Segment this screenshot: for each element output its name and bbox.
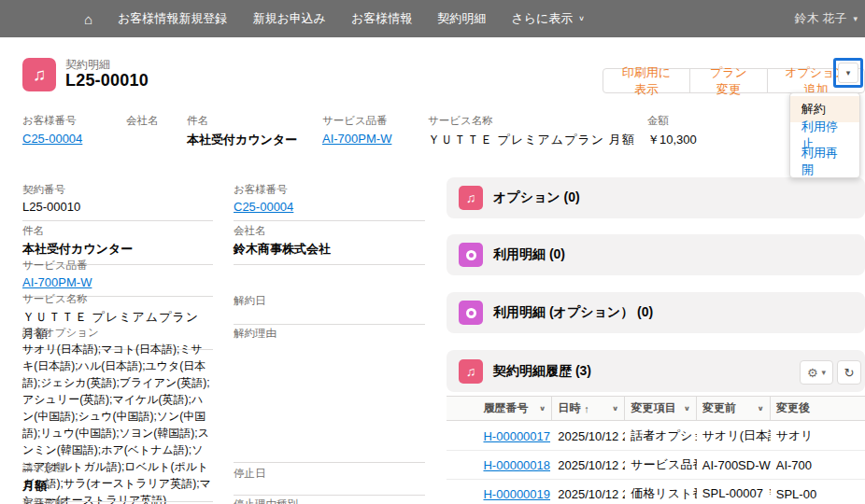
field-label: 会社名	[234, 224, 425, 238]
gear-icon: ⚙	[807, 366, 818, 380]
print-view-button[interactable]: 印刷用に表示	[603, 68, 690, 93]
record-actions: 印刷用に表示 プラン変更 オプション追加	[603, 68, 865, 93]
field-value: ￥10,300	[647, 132, 697, 148]
user-menu[interactable]: 鈴木 花子 ▾	[795, 0, 858, 37]
after-cell: サオリ	[771, 422, 865, 450]
column-header-before[interactable]: 変更前 ∨	[697, 397, 771, 420]
nav-tabs: お客様情報新規登録 新規お申込み お客様情報 契約明細 さらに表示 ∨	[118, 10, 585, 27]
column-header-after[interactable]: 変更後	[771, 397, 865, 420]
detail-stop-date: 停止日	[234, 467, 425, 496]
sort-asc-icon: ↑	[584, 403, 589, 414]
column-header-history-number[interactable]: 履歴番号 ∨	[477, 397, 552, 420]
chevron-down-icon[interactable]: ∨	[533, 405, 546, 413]
before-cell: サオリ(日本語);...	[697, 422, 771, 450]
field-label: 契約番号	[22, 183, 213, 197]
music-note-glyph: ♫	[466, 364, 476, 379]
related-list-title: 利用明細 (0)	[493, 246, 565, 263]
caret-down-icon: ▾	[853, 15, 858, 23]
chevron-down-icon[interactable]: ∨	[606, 405, 618, 413]
field-label: サービス品番	[322, 114, 391, 128]
related-list-usage-details[interactable]: 利用明細 (0)	[447, 234, 865, 275]
page-title: L25-00010	[65, 71, 149, 91]
field-label: サービス名称	[22, 292, 213, 306]
row-index-cell	[447, 480, 477, 504]
refresh-button[interactable]: ↻	[837, 360, 861, 385]
column-label: 履歴番号	[483, 400, 528, 416]
field-label: 会社名	[126, 114, 159, 128]
menu-item-resume-use[interactable]: 利用再開	[790, 148, 859, 175]
music-note-glyph: ♫	[466, 190, 476, 205]
music-note-icon: ♫	[33, 64, 46, 85]
caret-down-icon: ▾	[846, 68, 851, 77]
field-value: 鈴木商事株式会社	[234, 241, 425, 258]
field-label: 更新形態	[22, 497, 213, 504]
nav-item-show-more[interactable]: さらに表示 ∨	[511, 10, 585, 27]
music-note-icon: ♫	[459, 186, 483, 210]
field-label: 停止理由種別	[234, 497, 425, 504]
related-list-options[interactable]: ♫ オプション (0)	[447, 177, 865, 218]
detail-renewal-type: 更新形態	[22, 497, 213, 504]
user-name: 鈴木 花子	[795, 10, 847, 27]
plan-change-button[interactable]: プラン変更	[689, 68, 768, 93]
detail-stop-reason-type: 停止理由種別	[234, 497, 425, 504]
history-number-link[interactable]: H-00000017	[483, 429, 550, 443]
more-actions-button[interactable]: ▾	[838, 63, 858, 83]
chevron-down-icon[interactable]: ∨	[678, 405, 690, 413]
related-list-title: 契約明細履歴 (3)	[493, 363, 591, 380]
history-number-link[interactable]: H-00000018	[483, 458, 550, 472]
table-row: H-00000018 2025/10/12 23:... サービス品番 AI-7…	[447, 451, 865, 480]
field-label: サービス名称	[428, 114, 635, 128]
field-value: 本社受付カウンター	[187, 132, 297, 148]
field-value: 月額	[22, 478, 213, 495]
caret-down-icon: ▾	[822, 369, 827, 377]
row-index-cell	[447, 451, 477, 479]
after-cell: AI-700	[771, 451, 865, 479]
field-label: 解約理由	[234, 327, 425, 341]
highlight-amount: 金額 ￥10,300	[647, 114, 697, 148]
column-header-changed-item[interactable]: 変更項目 ∨	[625, 397, 697, 420]
changed-item-cell: 価格リスト番号	[625, 480, 696, 504]
home-icon[interactable]: ⌂	[84, 12, 92, 26]
column-label: 変更前	[702, 400, 736, 416]
nav-item-contract-detail[interactable]: 契約明細	[437, 10, 486, 27]
ring-icon	[459, 301, 483, 325]
music-note-icon: ♫	[459, 359, 483, 384]
field-label: 解約日	[234, 294, 425, 308]
chevron-down-icon[interactable]: ∨	[752, 405, 764, 413]
column-header-datetime[interactable]: 日時 ↑ ∨	[552, 397, 625, 420]
nav-item-show-more-label: さらに表示	[511, 10, 573, 27]
list-settings-button[interactable]: ⚙ ▾	[800, 360, 833, 385]
field-label: 件名	[22, 224, 213, 238]
nav-item-customer-new[interactable]: お客様情報新規登録	[118, 10, 227, 27]
field-label: 請求形態	[22, 461, 213, 475]
ring-icon	[459, 243, 483, 267]
highlight-customer-number: お客様番号 C25-00004	[22, 114, 82, 146]
field-label: 話者オプション	[22, 326, 213, 340]
actions-dropdown-menu: 解約 利用停止 利用再開	[789, 92, 860, 178]
row-index-column	[447, 397, 477, 420]
datetime-cell: 2025/10/12 23:...	[552, 451, 625, 479]
nav-item-new-application[interactable]: 新規お申込み	[252, 10, 326, 27]
column-label: 変更項目	[631, 400, 675, 416]
related-list-usage-details-option[interactable]: 利用明細 (オプション） (0)	[447, 292, 865, 333]
detail-company-name: 会社名 鈴木商事株式会社	[234, 224, 425, 265]
refresh-icon: ↻	[844, 366, 855, 380]
field-value: ＹＵＴＴＥ プレミアムプラン 月額	[428, 132, 635, 148]
customer-number-link[interactable]: C25-00004	[234, 200, 425, 214]
related-list-title: 利用明細 (オプション） (0)	[493, 304, 653, 321]
customer-number-link[interactable]: C25-00004	[22, 132, 82, 146]
field-label: お客様番号	[22, 114, 82, 128]
column-label: 日時	[558, 400, 580, 416]
service-code-link[interactable]: AI-700PM-W	[22, 275, 213, 289]
nav-item-customer-info[interactable]: お客様情報	[351, 10, 412, 27]
app-page: ⌂ お客様情報新規登録 新規お申込み お客様情報 契約明細 さらに表示 ∨ 鈴木…	[0, 0, 865, 504]
record-entity-icon: ♫	[22, 58, 56, 91]
history-table-header: 履歴番号 ∨ 日時 ↑ ∨ 変更項目 ∨ 変更前 ∨ 変更後	[447, 396, 865, 421]
datetime-cell: 2025/10/12 23:...	[552, 480, 625, 504]
highlight-service-name: サービス名称 ＹＵＴＴＥ プレミアムプラン 月額	[428, 114, 635, 148]
service-code-link[interactable]: AI-700PM-W	[322, 132, 391, 146]
history-number-link[interactable]: H-00000019	[483, 487, 550, 501]
highlight-company-name: 会社名	[126, 114, 159, 132]
field-label: お客様番号	[234, 183, 425, 197]
top-navbar: ⌂ お客様情報新規登録 新規お申込み お客様情報 契約明細 さらに表示 ∨ 鈴木…	[0, 0, 865, 37]
